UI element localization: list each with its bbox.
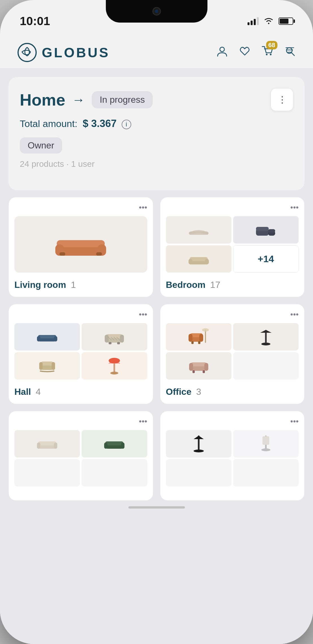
bedroom-more-count[interactable]: +14 xyxy=(233,245,299,273)
room-more-icon[interactable]: ••• xyxy=(139,417,147,426)
svg-rect-6 xyxy=(57,240,105,247)
room-more-icon[interactable]: ••• xyxy=(139,203,147,212)
more-dots-icon: ⋮ xyxy=(278,94,286,105)
owner-badge: Owner xyxy=(20,137,293,159)
svg-rect-29 xyxy=(117,342,120,344)
room-image-area xyxy=(9,322,153,384)
logo-area: GLOBUS xyxy=(17,42,110,63)
project-card: Home → In progress ⋮ Total amount: $ 3.3… xyxy=(8,77,305,190)
main-content: Home → In progress ⋮ Total amount: $ 3.3… xyxy=(0,69,313,644)
total-value: $ 3.367 xyxy=(83,118,117,129)
room6-img-2 xyxy=(233,430,299,457)
svg-rect-50 xyxy=(204,363,208,371)
room-card-office[interactable]: ••• xyxy=(160,304,305,404)
office-img-3 xyxy=(166,352,231,380)
svg-rect-52 xyxy=(203,370,205,373)
svg-rect-22 xyxy=(37,336,40,341)
room-more-icon[interactable]: ••• xyxy=(139,310,147,319)
room-label xyxy=(160,491,305,500)
status-bar: 10:01 xyxy=(0,0,313,34)
room-card-room5[interactable]: ••• xyxy=(8,411,153,501)
total-amount: Total amount: $ 3.367 i xyxy=(20,118,293,130)
bedroom-img-3 xyxy=(166,245,231,273)
room-name: Living room xyxy=(14,280,66,290)
svg-rect-19 xyxy=(205,259,209,264)
hall-img-1 xyxy=(14,323,80,351)
arrow-right-icon: → xyxy=(72,92,85,107)
room-name: Hall xyxy=(14,387,31,397)
room-more-icon[interactable]: ••• xyxy=(290,310,299,319)
svg-rect-26 xyxy=(105,335,109,343)
battery-fill xyxy=(280,19,288,24)
room-count: 17 xyxy=(210,280,220,290)
hall-img-4 xyxy=(82,352,147,380)
room-single-image xyxy=(14,216,147,273)
room-more-icon[interactable]: ••• xyxy=(290,417,299,426)
svg-rect-31 xyxy=(41,362,53,365)
logo-text: GLOBUS xyxy=(42,45,110,60)
svg-point-62 xyxy=(194,450,204,452)
room-more-icon[interactable]: ••• xyxy=(290,203,299,212)
cart-badge: 68 xyxy=(266,41,277,49)
project-title: Home xyxy=(20,90,65,109)
svg-rect-55 xyxy=(37,443,40,449)
room-grid-images xyxy=(166,430,299,487)
products-info: 24 products · 1 user xyxy=(20,159,293,169)
cart-icon[interactable]: 68 xyxy=(261,45,273,60)
user-icon[interactable] xyxy=(216,45,228,60)
more-options-button[interactable]: ⋮ xyxy=(271,88,293,111)
room6-img-1 xyxy=(166,430,231,457)
phone-frame: 10:01 xyxy=(0,0,313,644)
room-image-area xyxy=(9,215,153,277)
project-title-area: Home → In progress xyxy=(20,90,153,109)
svg-rect-27 xyxy=(120,335,124,343)
room-card-header: ••• xyxy=(9,304,153,322)
room5-img-2 xyxy=(82,430,147,457)
info-icon[interactable]: i xyxy=(122,120,131,129)
svg-rect-56 xyxy=(54,443,57,449)
app-header: GLOBUS xyxy=(0,34,313,69)
hall-img-3 xyxy=(14,352,80,380)
room-card-header: ••• xyxy=(160,411,305,429)
svg-rect-41 xyxy=(189,334,192,342)
logo-icon xyxy=(17,42,37,63)
svg-rect-28 xyxy=(109,342,111,344)
svg-rect-60 xyxy=(121,443,124,449)
room-grid-images xyxy=(166,323,299,380)
room-card-room6[interactable]: ••• xyxy=(160,411,305,501)
bedroom-img-1 xyxy=(166,216,231,244)
rooms-grid: ••• xyxy=(0,197,313,501)
room5-img-3 xyxy=(14,459,80,487)
room-label: Office 3 xyxy=(160,384,305,404)
room-card-living[interactable]: ••• xyxy=(8,197,153,297)
svg-point-38 xyxy=(202,328,209,332)
wifi-icon xyxy=(263,16,274,27)
svg-point-3 xyxy=(270,54,272,55)
scroll-indicator xyxy=(128,506,185,509)
room-label: Bedroom 17 xyxy=(160,277,305,297)
svg-rect-35 xyxy=(113,363,115,373)
header-actions: 68 xyxy=(216,45,296,60)
room5-img-1 xyxy=(14,430,80,457)
svg-rect-64 xyxy=(262,436,269,445)
room-count: 3 xyxy=(196,387,201,397)
status-badge[interactable]: In progress xyxy=(92,91,153,108)
room6-img-3 xyxy=(166,459,231,487)
favorites-icon[interactable] xyxy=(238,45,251,60)
project-header: Home → In progress ⋮ xyxy=(20,88,293,111)
filter-search-icon[interactable] xyxy=(284,45,296,60)
svg-rect-43 xyxy=(191,341,194,344)
svg-rect-15 xyxy=(268,229,275,233)
products-count: 24 products xyxy=(20,159,64,168)
svg-rect-32 xyxy=(39,362,43,370)
app-content: GLOBUS xyxy=(0,34,313,644)
svg-rect-59 xyxy=(104,443,108,449)
room-card-bedroom[interactable]: ••• xyxy=(160,197,305,297)
svg-point-1 xyxy=(220,47,224,52)
svg-rect-21 xyxy=(38,335,56,338)
room-card-hall[interactable]: ••• xyxy=(8,304,153,404)
room-grid-images xyxy=(14,323,147,380)
room-image-area xyxy=(9,429,153,491)
room-name: Office xyxy=(166,387,192,397)
svg-rect-33 xyxy=(52,362,55,370)
